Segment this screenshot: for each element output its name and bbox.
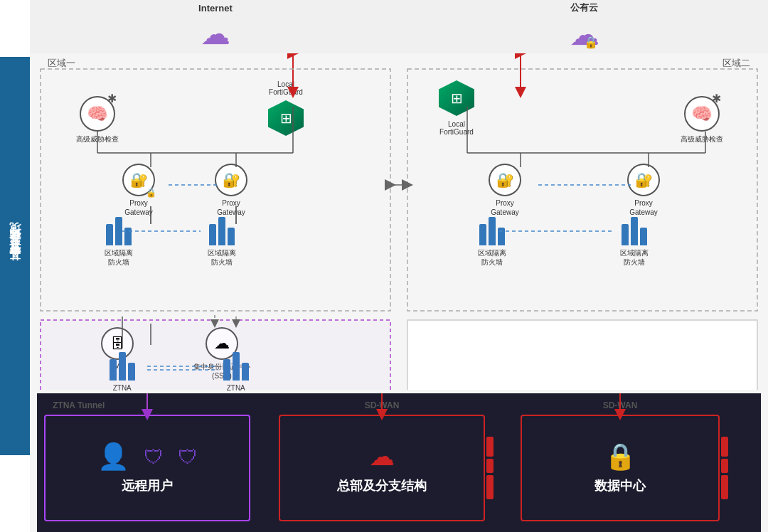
firewall-4: 区域隔离 防火墙	[620, 217, 649, 267]
log-report: 集中日志报告 （测试）	[620, 331, 663, 387]
local-fortiguard-1: Local FortiGuard ⊞	[268, 80, 304, 136]
proxy-gateway-4: 🔐 Proxy Gateway	[627, 164, 660, 217]
internet-cloud-group: Internet ☁	[198, 3, 233, 51]
headquarters-title: 总部及分支结构	[337, 477, 427, 494]
firewall-2: 区域隔离 防火墙	[208, 217, 236, 267]
datacenter-title: 数据中心	[594, 477, 646, 494]
datacenter-panel: SD-WAN 🔒 数据中心	[521, 415, 720, 521]
public-cloud-label: 公有云	[570, 1, 598, 14]
proxy-gateway-4-icon: 🔐	[627, 164, 660, 196]
sdwan-label-1: SD-WAN	[365, 400, 400, 410]
headquarters-icon: ☁	[369, 442, 395, 472]
svg-rect-7	[407, 320, 757, 390]
public-cloud-group: 公有云 ☁🔒	[570, 1, 599, 52]
firewall-2-icon	[209, 217, 235, 245]
bottom-section: ZTNA Tunnel 👤 🛡 🛡 远程用户 SD-WAN ☁ 总部及分支结构 …	[37, 393, 761, 532]
threat-check-left-label: 高级威胁检查	[76, 134, 119, 144]
local-fortiguard-2: ⊞ Local FortiGuard	[439, 80, 474, 136]
local-fortiguard-2-label: Local FortiGuard	[439, 120, 474, 136]
headquarters-panel: SD-WAN ☁ 总部及分支结构	[279, 415, 485, 521]
proxy-gateway-2-icon: 🔐	[215, 164, 247, 196]
remote-users-icons: 👤 🛡 🛡	[97, 442, 198, 472]
remote-users-title: 远程用户	[122, 477, 173, 494]
shield-2-icon: 🛡	[178, 445, 198, 469]
firewall-3-icon	[479, 217, 505, 245]
proxy-gateway-2: 🔐 Proxy Gateway	[215, 164, 247, 217]
public-cloud-icon: ☁🔒	[570, 17, 599, 52]
zone2-label: 区域二	[722, 57, 750, 70]
threat-check-left: 🧠 ✱ 高级威胁检查	[76, 96, 119, 144]
ztna-gateway-2-icon	[223, 352, 249, 381]
proxy-gateway-1-icon: 🔐 🔒	[122, 164, 155, 196]
datacenter-icon: 🔒	[604, 442, 636, 472]
dc-firewall-bars	[721, 437, 728, 499]
proxy-gateway-3-label: Proxy Gateway	[491, 198, 518, 217]
proxy-gateway-3: 🔐 Proxy Gateway	[489, 164, 521, 217]
local-fortiguard-2-icon: ⊞	[439, 80, 474, 116]
main-container: Internet ☁ 公有云 ☁🔒	[30, 0, 768, 532]
log-management: 📋 集中日志管理	[499, 334, 542, 379]
threat-check-left-icon: 🧠 ✱	[80, 96, 115, 132]
remote-user-person-icon: 👤	[97, 442, 129, 472]
firewall-3: 区域隔离 防火墙	[478, 217, 506, 267]
remote-users-panel: ZTNA Tunnel 👤 🛡 🛡 远程用户	[44, 415, 250, 521]
hq-firewall-bars	[486, 437, 494, 499]
diagram-wrapper: 区域一 区域二 🧠 ✱ 高级威胁检查 🔐 🔒 Proxy Gateway	[37, 53, 761, 390]
local-fortiguard-1-icon: ⊞	[268, 100, 304, 136]
firewall-4-label: 区域隔离 防火墙	[620, 248, 649, 267]
zone1-label: 区域一	[48, 57, 75, 70]
vertical-label: 某公有云平台基础环境	[0, 57, 30, 455]
threat-check-right-icon: 🧠 ✱	[684, 96, 720, 132]
sdwan-label-2: SD-WAN	[603, 400, 638, 410]
firewall-1-icon	[106, 217, 132, 245]
threat-check-right-label: 高级威胁检查	[681, 134, 723, 144]
internet-cloud-icon: ☁	[201, 16, 230, 51]
proxy-gateway-2-label: Proxy Gateway	[217, 198, 245, 217]
firewall-1: 区域隔离 防火墙	[105, 217, 133, 267]
firewall-1-label: 区域隔离 防火墙	[105, 248, 133, 267]
proxy-gateway-1-label: Proxy Gateway	[124, 198, 152, 217]
log-management-label: 集中日志管理	[499, 369, 542, 379]
firewall-4-icon	[622, 217, 647, 245]
log-report-icon	[624, 331, 659, 366]
proxy-gateway-1: 🔐 🔒 Proxy Gateway	[122, 164, 155, 217]
proxy-gateway-4-label: Proxy Gateway	[629, 198, 657, 217]
firewall-2-label: 区域隔离 防火墙	[208, 248, 236, 267]
local-fortiguard-1-label: Local FortiGuard	[269, 80, 303, 96]
top-section: Internet ☁ 公有云 ☁🔒	[30, 0, 768, 53]
ztna-gateway-1-icon	[110, 352, 135, 381]
shield-1-icon: 🛡	[144, 445, 164, 469]
internet-label: Internet	[198, 3, 233, 14]
log-report-label: 集中日志报告 （测试）	[620, 368, 663, 387]
threat-check-right: 🧠 ✱ 高级威胁检查	[681, 96, 723, 144]
proxy-gateway-3-icon: 🔐	[489, 164, 521, 196]
ztna-tunnel-label: ZTNA Tunnel	[53, 400, 105, 410]
log-management-icon: 📋	[504, 334, 537, 367]
firewall-3-label: 区域隔离 防火墙	[478, 248, 506, 267]
